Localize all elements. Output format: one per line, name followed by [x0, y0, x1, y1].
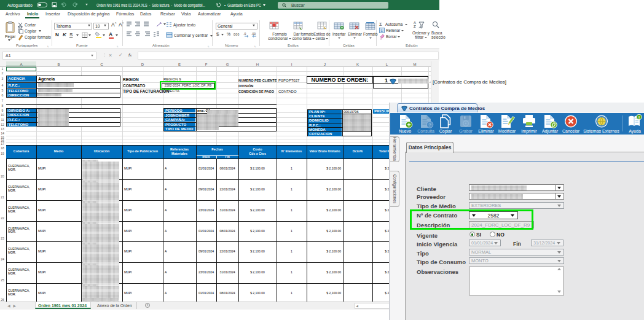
svg-text:.0: .0 — [243, 32, 246, 36]
svg-text:!: ! — [638, 115, 640, 120]
svg-text:.00: .00 — [251, 32, 256, 36]
svg-text:?: ? — [428, 122, 431, 128]
